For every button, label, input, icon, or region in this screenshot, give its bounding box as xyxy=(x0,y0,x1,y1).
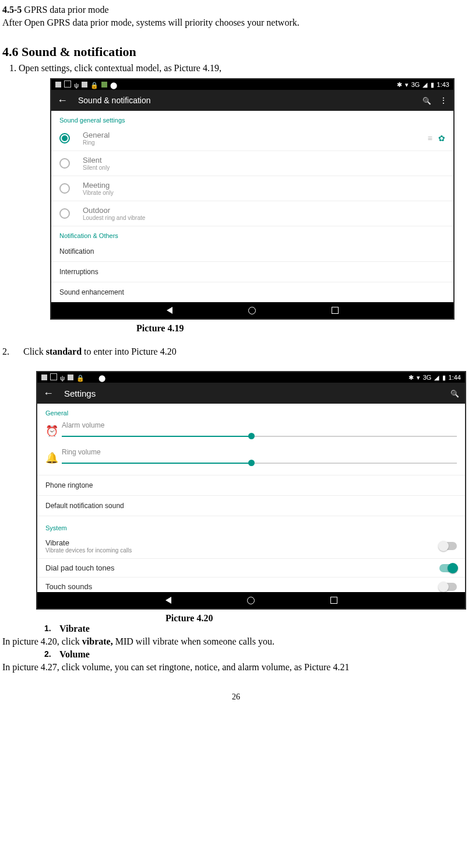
screenshot-419: ψ 🔒 ⬤ ✱ ▾ 3G ◢ ▮ 1:43 ← Sound & notifica… xyxy=(50,78,455,320)
profile-title: Silent xyxy=(83,156,110,164)
bluetooth-icon: ✱ xyxy=(408,374,414,382)
search-icon[interactable] xyxy=(450,388,459,398)
alarm-icon: ⏰ xyxy=(45,425,62,438)
nav-back-icon[interactable] xyxy=(167,307,172,314)
radio-icon[interactable] xyxy=(59,183,70,194)
profile-title: Meeting xyxy=(83,181,114,190)
status-icon: ψ xyxy=(74,82,79,89)
vibrate-paragraph: In picture 4.20, click vibrate, MID will… xyxy=(2,636,470,647)
heading-455: 4.5-5 GPRS data prior mode xyxy=(2,5,470,15)
radio-icon[interactable] xyxy=(59,133,70,144)
back-icon[interactable]: ← xyxy=(57,94,68,107)
profile-outdoor[interactable]: Outdoor Loudest ring and vibrate xyxy=(51,201,453,226)
clock: 1:43 xyxy=(437,81,449,88)
battery-icon: ▮ xyxy=(442,374,446,382)
equalizer-icon[interactable]: ≡ xyxy=(428,134,432,143)
search-icon[interactable] xyxy=(422,96,431,105)
signal-icon: ◢ xyxy=(434,374,439,382)
row-touch-sounds[interactable]: Touch sounds xyxy=(37,578,465,592)
profile-sub: Ring xyxy=(83,139,110,146)
signal-icon: ◢ xyxy=(422,81,427,89)
subitem-volume: 2. Volume xyxy=(44,649,470,660)
page-number: 26 xyxy=(2,692,470,702)
row-notification[interactable]: Notification xyxy=(51,242,453,262)
nav-bar xyxy=(37,592,465,608)
app-bar: ← Settings xyxy=(37,383,465,404)
touch-sounds-label: Touch sounds xyxy=(45,582,92,591)
status-bar: ψ 🔒 ⬤ ✱ ▾ 3G ◢ ▮ 1:43 xyxy=(51,79,453,90)
status-icon xyxy=(55,82,61,88)
status-icon xyxy=(50,373,57,380)
vibrate-sub: Vibrate devices for incoming calls xyxy=(45,547,132,554)
alarm-volume-label: Alarm volume xyxy=(62,421,457,429)
app-bar: ← Sound & notification xyxy=(51,90,453,111)
screenshot-420: ψ 🔒 ⬤ ✱ ▾ 3G ◢ ▮ 1:44 ← Settings General… xyxy=(36,371,466,610)
dialpad-toggle[interactable] xyxy=(439,564,457,572)
caption-420: Picture 4.20 xyxy=(165,613,470,624)
subitem-vibrate: 1. Vibrate xyxy=(44,624,470,634)
appbar-title: Settings xyxy=(64,388,442,398)
profile-silent[interactable]: Silent Silent only xyxy=(51,151,453,176)
section-header: Notification & Others xyxy=(51,226,453,242)
bug-icon: ⬤ xyxy=(98,374,105,382)
ring-volume-row[interactable]: 🔔 Ring volume xyxy=(37,446,465,475)
row-phone-ringtone[interactable]: Phone ringtone xyxy=(37,475,465,496)
network-label: 3G xyxy=(423,374,432,381)
profile-title: Outdoor xyxy=(83,206,145,215)
radio-icon[interactable] xyxy=(59,208,70,219)
caption-419: Picture 4.19 xyxy=(136,323,470,334)
volume-paragraph: In picture 4.27, click volume, you can s… xyxy=(2,662,470,673)
overflow-icon[interactable] xyxy=(439,96,448,105)
clock: 1:44 xyxy=(449,374,461,381)
nav-back-icon[interactable] xyxy=(165,597,171,604)
step-1: 1. Open settings, click contextual model… xyxy=(9,63,470,74)
status-icon xyxy=(64,80,71,88)
row-sound-enhancement[interactable]: Sound enhancement xyxy=(51,282,453,302)
profile-sub: Vibrate only xyxy=(83,190,114,196)
profile-general[interactable]: General Ring ≡ ✿ xyxy=(51,126,453,151)
heading-46: 4.6 Sound & notification xyxy=(2,44,470,60)
row-interruptions[interactable]: Interruptions xyxy=(51,262,453,282)
paragraph-455: After Open GPRS data prior mode, systems… xyxy=(2,18,470,28)
radio-icon[interactable] xyxy=(59,158,70,169)
back-icon[interactable]: ← xyxy=(43,387,54,400)
row-dialpad-tones[interactable]: Dial pad touch tones xyxy=(37,559,465,578)
nav-recent-icon[interactable] xyxy=(330,597,337,604)
battery-icon: ▮ xyxy=(431,81,434,89)
section-header-general: General xyxy=(37,404,465,419)
profile-title: General xyxy=(83,131,110,139)
bell-icon: 🔔 xyxy=(45,452,62,464)
profile-sub: Silent only xyxy=(83,164,110,171)
lock-icon: 🔒 xyxy=(90,82,98,89)
profile-sub: Loudest ring and vibrate xyxy=(83,215,145,221)
section-header-system: System xyxy=(37,516,465,534)
profile-meeting[interactable]: Meeting Vibrate only xyxy=(51,176,453,201)
section-header: Sound general settings xyxy=(51,111,453,126)
ring-volume-label: Ring volume xyxy=(62,448,457,456)
status-icon xyxy=(41,374,47,380)
status-icon xyxy=(101,82,107,88)
alarm-volume-row[interactable]: ⏰ Alarm volume xyxy=(37,419,465,446)
wifi-icon: ▾ xyxy=(405,81,408,89)
nav-recent-icon[interactable] xyxy=(332,307,339,314)
alarm-volume-slider[interactable] xyxy=(62,432,457,441)
vibrate-toggle[interactable] xyxy=(439,542,457,550)
appbar-title: Sound & notification xyxy=(78,96,414,105)
step-2: 2. Click standard to enter into Picture … xyxy=(2,346,470,357)
vibrate-title: Vibrate xyxy=(45,538,132,547)
bluetooth-icon: ✱ xyxy=(397,81,402,89)
status-icon xyxy=(68,374,73,380)
gear-icon[interactable]: ✿ xyxy=(438,134,445,143)
touch-sounds-toggle[interactable] xyxy=(439,583,457,591)
status-icon xyxy=(82,82,87,88)
network-label: 3G xyxy=(411,81,420,88)
dialpad-label: Dial pad touch tones xyxy=(45,564,115,572)
wifi-icon: ▾ xyxy=(417,374,420,382)
row-default-notification-sound[interactable]: Default notification sound xyxy=(37,496,465,516)
nav-home-icon[interactable] xyxy=(247,597,255,604)
ring-volume-slider[interactable] xyxy=(62,459,457,468)
row-vibrate[interactable]: Vibrate Vibrate devices for incoming cal… xyxy=(37,534,465,559)
bug-icon: ⬤ xyxy=(110,82,117,89)
nav-home-icon[interactable] xyxy=(248,307,256,314)
nav-bar xyxy=(51,302,453,318)
